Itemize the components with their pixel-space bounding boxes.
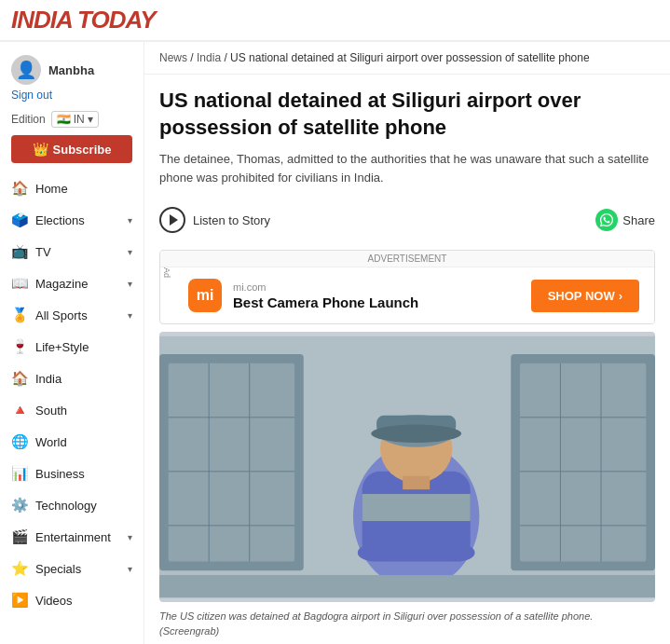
sidebar-item-business[interactable]: 📊 Business [0, 458, 144, 489]
arrow-right-icon: › [619, 289, 622, 303]
article-body: US national detained at Siliguri airport… [144, 75, 670, 644]
crown-icon: 👑 [33, 142, 48, 157]
image-caption: The US citizen was detained at Bagdogra … [159, 602, 655, 644]
sidebar-item-label: Technology [35, 499, 132, 513]
sidebar-item-label: Business [35, 467, 132, 481]
sign-out-link[interactable]: Sign out [0, 89, 144, 102]
whatsapp-icon [595, 209, 618, 231]
edition-selector[interactable]: 🇮🇳 IN ▾ [51, 111, 99, 128]
sidebar-item-label: Life+Style [35, 340, 132, 354]
svg-rect-9 [520, 363, 646, 562]
sidebar-item-label: World [35, 435, 132, 449]
world-icon: 🌐 [11, 433, 28, 450]
business-icon: 📊 [11, 465, 28, 482]
share-button[interactable]: Share [595, 209, 655, 231]
entertainment-icon: 🎬 [11, 528, 28, 545]
avatar: 👤 [11, 55, 41, 85]
breadcrumb: News / India / US national detained at S… [144, 42, 670, 75]
sidebar-item-label: Elections [35, 213, 120, 227]
sidebar-item-label: India [35, 372, 132, 386]
videos-icon: ▶️ [11, 592, 28, 609]
home-icon: 🏠 [11, 180, 28, 197]
article-subtitle: The detainee, Thomas, admitted to the au… [159, 150, 655, 186]
sidebar-item-tv[interactable]: 📺 TV ▾ [0, 236, 144, 267]
sidebar-item-elections[interactable]: 🗳️ Elections ▾ [0, 204, 144, 236]
chevron-right-icon: ▾ [128, 279, 132, 289]
sidebar-item-technology[interactable]: ⚙️ Technology [0, 489, 144, 521]
elections-icon: 🗳️ [11, 212, 28, 228]
chevron-right-icon: ▾ [128, 532, 132, 542]
sidebar-item-entertainment[interactable]: 🎬 Entertainment ▾ [0, 521, 144, 553]
sports-icon: 🏅 [11, 307, 28, 323]
sidebar-item-magazine[interactable]: 📖 Magazine ▾ [0, 267, 144, 299]
sidebar-item-life-style[interactable]: 🍷 Life+Style [0, 331, 144, 363]
share-label: Share [622, 213, 655, 227]
play-button[interactable] [159, 207, 185, 233]
sidebar-item-label: South [35, 404, 132, 418]
sidebar-item-home[interactable]: 🏠 Home [0, 172, 144, 204]
listen-label: Listen to Story [193, 213, 270, 227]
sidebar-nav: 🏠 Home 🗳️ Elections ▾ 📺 TV ▾ 📖 Magazine … [0, 172, 144, 616]
india-icon: 🏠 [11, 370, 28, 387]
site-logo[interactable]: INDIA TODAY [11, 6, 659, 34]
svg-point-24 [439, 543, 475, 561]
chevron-right-icon: ▾ [128, 215, 132, 226]
specials-icon: ⭐ [11, 560, 28, 577]
sidebar-item-india[interactable]: 🏠 India [0, 363, 144, 394]
shop-now-button[interactable]: SHOP NOW › [531, 280, 639, 312]
sidebar-item-label: Home [35, 182, 132, 196]
play-icon [170, 214, 178, 226]
lifestyle-icon: 🍷 [11, 338, 28, 355]
ad-text: mi.com Best Camera Phone Launch [233, 281, 418, 310]
south-icon: 🔺 [11, 402, 28, 418]
technology-icon: ⚙️ [11, 497, 28, 514]
sidebar-item-label: Entertainment [35, 530, 120, 544]
svg-rect-17 [362, 494, 471, 521]
mi-logo: mi [188, 279, 222, 312]
chevron-right-icon: ▾ [128, 564, 132, 574]
edition-row: Edition 🇮🇳 IN ▾ [0, 107, 144, 135]
subscribe-button[interactable]: 👑 Subscribe [11, 135, 132, 163]
user-section: 👤 Manbha [0, 46, 144, 89]
magazine-icon: 📖 [11, 275, 28, 292]
sidebar-item-label: All Sports [35, 308, 120, 322]
chevron-right-icon: ▾ [128, 247, 132, 257]
chevron-down-icon: ▾ [88, 113, 93, 126]
ad-side-label: Ad [160, 267, 173, 323]
chevron-right-icon: ▾ [128, 310, 132, 321]
tv-icon: 📺 [11, 243, 28, 260]
sidebar-item-specials[interactable]: ⭐ Specials ▾ [0, 553, 144, 584]
sidebar-item-label: Magazine [35, 277, 120, 291]
svg-rect-22 [403, 476, 430, 490]
svg-rect-25 [159, 575, 655, 597]
svg-point-23 [358, 543, 394, 561]
sidebar-item-label: Specials [35, 562, 120, 576]
user-name: Manbha [48, 63, 94, 77]
ad-content: mi mi.com Best Camera Phone Launch SHOP … [173, 267, 654, 323]
article-image [159, 332, 655, 602]
site-header: INDIA TODAY [0, 0, 670, 42]
sidebar: 👤 Manbha Sign out Edition 🇮🇳 IN ▾ 👑 Subs… [0, 42, 144, 644]
sidebar-item-label: Videos [35, 594, 132, 608]
edition-label: Edition [11, 113, 46, 126]
main-content: News / India / US national detained at S… [144, 42, 670, 644]
ad-source: mi.com [233, 281, 418, 293]
breadcrumb-news[interactable]: News [159, 51, 187, 64]
ad-label: ADVERTISEMENT [160, 251, 654, 267]
listen-left: Listen to Story [159, 207, 270, 233]
sidebar-item-label: TV [35, 245, 120, 259]
article-title: US national detained at Siliguri airport… [159, 88, 655, 141]
ad-title: Best Camera Phone Launch [233, 295, 418, 310]
svg-point-21 [371, 425, 461, 443]
breadcrumb-india[interactable]: India [197, 51, 221, 64]
sidebar-item-videos[interactable]: ▶️ Videos [0, 584, 144, 616]
sidebar-item-all-sports[interactable]: 🏅 All Sports ▾ [0, 299, 144, 331]
sidebar-item-south[interactable]: 🔺 South [0, 394, 144, 426]
sidebar-item-world[interactable]: 🌐 World [0, 426, 144, 458]
main-layout: 👤 Manbha Sign out Edition 🇮🇳 IN ▾ 👑 Subs… [0, 42, 670, 644]
breadcrumb-current: US national detained at Siliguri airport… [230, 51, 590, 64]
advertisement-container: ADVERTISEMENT Ad mi mi.com Best Camera P… [159, 250, 655, 324]
listen-bar: Listen to Story Share [159, 199, 655, 240]
svg-rect-2 [169, 363, 294, 562]
